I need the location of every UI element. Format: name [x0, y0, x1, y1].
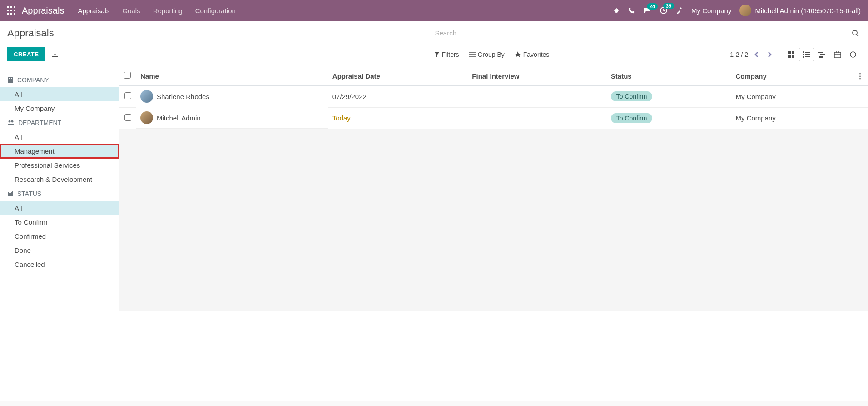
col-interview[interactable]: Final Interview — [467, 66, 606, 86]
svg-point-45 — [11, 120, 14, 123]
sidebar-header-status: STATUS — [0, 186, 119, 201]
nav-link-reporting[interactable]: Reporting — [153, 7, 183, 15]
table-row[interactable]: Mitchell Admin Today To Confirm My Compa… — [119, 107, 868, 129]
pager-prev[interactable] — [753, 50, 761, 60]
svg-rect-23 — [788, 55, 791, 58]
nav-link-appraisals[interactable]: Appraisals — [78, 7, 109, 15]
pager-next[interactable] — [765, 50, 774, 60]
filters-button[interactable]: Filters — [434, 51, 459, 58]
search-bar — [434, 27, 861, 39]
create-button[interactable]: CREATE — [7, 47, 45, 61]
col-name[interactable]: Name — [136, 66, 328, 86]
content: Name Appraisal Date Final Interview Stat… — [119, 66, 868, 401]
apps-icon[interactable] — [7, 6, 15, 15]
svg-point-29 — [803, 54, 804, 55]
sidebar-status-toconfirm[interactable]: To Confirm — [0, 215, 119, 229]
empty-area — [119, 129, 868, 311]
svg-rect-3 — [7, 10, 9, 11]
svg-rect-32 — [820, 54, 825, 55]
svg-point-44 — [9, 120, 11, 123]
row-company: My Company — [735, 93, 775, 100]
sidebar-dept-all[interactable]: All — [0, 130, 119, 144]
brand[interactable]: Appraisals — [22, 5, 64, 16]
user-menu[interactable]: Mitchell Admin (14055070-15-0-all) — [739, 5, 861, 16]
row-checkbox[interactable] — [124, 114, 131, 121]
svg-point-28 — [803, 52, 804, 53]
sidebar-dept-management[interactable]: Management — [0, 144, 119, 158]
phone-icon[interactable] — [628, 7, 635, 14]
activities-icon[interactable]: 39 — [660, 6, 668, 15]
main-area: COMPANY All My Company DEPARTMENT All Ma… — [0, 66, 868, 401]
control-panel: Appraisals CREATE Filters Group By — [0, 21, 868, 66]
favorites-label: Favorites — [523, 51, 550, 58]
messages-badge: 24 — [647, 3, 658, 10]
sidebar-company-all[interactable]: All — [0, 87, 119, 101]
nav-link-goals[interactable]: Goals — [122, 7, 140, 15]
col-status[interactable]: Status — [606, 66, 731, 86]
col-date[interactable]: Appraisal Date — [328, 66, 468, 86]
user-name: Mitchell Admin (14055070-15-0-all) — [755, 7, 861, 15]
select-all-checkbox[interactable] — [124, 72, 131, 79]
company-selector[interactable]: My Company — [691, 7, 731, 15]
svg-rect-41 — [11, 78, 12, 79]
svg-rect-33 — [819, 56, 823, 58]
search-input[interactable] — [434, 27, 850, 39]
svg-rect-6 — [7, 13, 9, 15]
user-avatar-icon — [739, 5, 751, 16]
svg-rect-0 — [7, 6, 9, 8]
tools-icon[interactable] — [676, 7, 683, 14]
svg-rect-43 — [11, 80, 12, 80]
svg-rect-22 — [792, 51, 794, 54]
view-kanban[interactable] — [784, 48, 799, 61]
nav-right: 24 39 My Company Mitchell Admin (1405507… — [613, 5, 861, 16]
view-calendar[interactable] — [830, 48, 845, 61]
bug-icon[interactable] — [613, 7, 620, 14]
pager-text: 1-2 / 2 — [730, 51, 748, 58]
sidebar-status-cancelled[interactable]: Cancelled — [0, 257, 119, 271]
view-switcher — [784, 48, 861, 61]
sidebar-header-company: COMPANY — [0, 73, 119, 87]
sidebar-dept-professional[interactable]: Professional Services — [0, 158, 119, 172]
view-gantt[interactable] — [814, 48, 830, 61]
status-badge: To Confirm — [611, 91, 653, 101]
svg-rect-31 — [818, 52, 823, 53]
svg-rect-2 — [14, 6, 15, 8]
filters-label: Filters — [442, 51, 459, 58]
page-title: Appraisals — [7, 27, 434, 39]
view-activity[interactable] — [845, 48, 861, 61]
avatar-icon — [140, 90, 153, 103]
svg-rect-24 — [792, 55, 794, 58]
favorites-button[interactable]: Favorites — [515, 51, 550, 58]
row-company: My Company — [735, 114, 775, 122]
download-icon[interactable] — [50, 49, 60, 60]
status-badge: To Confirm — [611, 113, 653, 123]
messages-icon[interactable]: 24 — [643, 7, 651, 14]
table-row[interactable]: Sharlene Rhodes 07/29/2022 To Confirm My… — [119, 86, 868, 108]
nav-link-configuration[interactable]: Configuration — [195, 7, 236, 15]
col-company[interactable]: Company — [731, 66, 852, 86]
nav-links: Appraisals Goals Reporting Configuration — [78, 7, 613, 15]
search-icon[interactable] — [850, 30, 861, 37]
groupby-label: Group By — [478, 51, 505, 58]
svg-point-16 — [853, 30, 857, 35]
sidebar-dept-rd[interactable]: Research & Development — [0, 172, 119, 186]
view-list[interactable] — [799, 48, 814, 61]
sidebar-status-all[interactable]: All — [0, 201, 119, 215]
sidebar-status-confirmed[interactable]: Confirmed — [0, 229, 119, 243]
sidebar-status-done[interactable]: Done — [0, 243, 119, 257]
groupby-button[interactable]: Group By — [469, 51, 505, 58]
pager: 1-2 / 2 — [730, 50, 774, 60]
sidebar-header-department: DEPARTMENT — [0, 115, 119, 130]
sidebar-company-mycompany[interactable]: My Company — [0, 101, 119, 115]
svg-rect-39 — [8, 77, 13, 83]
svg-rect-4 — [10, 10, 12, 11]
svg-rect-42 — [9, 80, 10, 80]
sidebar: COMPANY All My Company DEPARTMENT All Ma… — [0, 66, 119, 401]
svg-line-17 — [857, 35, 858, 36]
activities-badge: 39 — [663, 3, 674, 9]
row-date: 07/29/2022 — [332, 93, 367, 100]
svg-line-13 — [615, 9, 615, 10]
col-options-icon[interactable]: ⋮ — [852, 66, 868, 86]
row-checkbox[interactable] — [124, 92, 131, 99]
row-name: Mitchell Admin — [157, 114, 201, 122]
